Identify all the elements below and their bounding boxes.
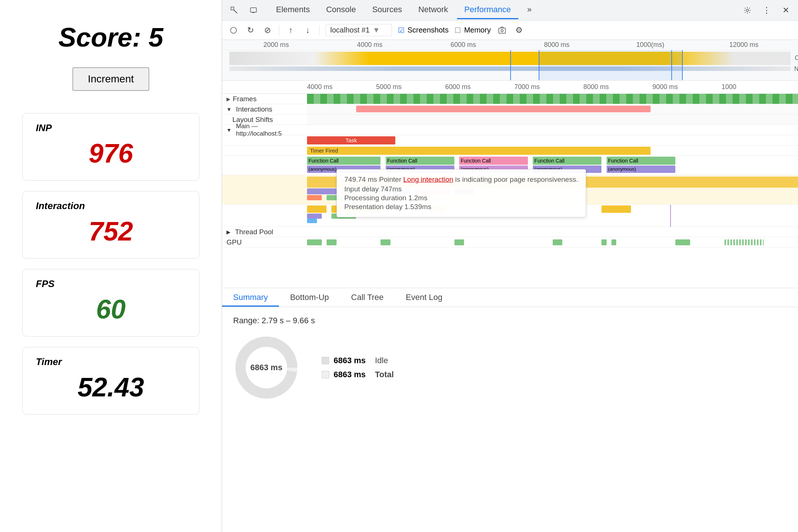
fn-call-2[interactable]: Function Call: [386, 157, 454, 165]
tab-elements[interactable]: Elements: [269, 1, 317, 19]
tooltip-presentation: Presentation delay 1.539ms: [344, 203, 578, 211]
svg-point-4: [746, 9, 748, 11]
tab-bottom-up[interactable]: Bottom-Up: [279, 288, 340, 307]
main-thread-arrow[interactable]: ▼: [226, 127, 232, 133]
legend-idle: 6863 ms Idle: [322, 356, 394, 365]
tab-summary[interactable]: Summary: [222, 288, 279, 307]
devtools-right-icons: ⋮ ✕: [741, 4, 792, 17]
gpu-bar-3: [381, 239, 391, 245]
metric-card-timer: Timer 52.43: [22, 347, 200, 415]
fn-call-5[interactable]: Function Call: [607, 157, 675, 165]
svg-point-5: [231, 27, 236, 33]
mt-5: [307, 214, 322, 219]
tab-console[interactable]: Console: [319, 1, 364, 19]
download-icon[interactable]: ↓: [302, 25, 313, 36]
overview-ruler: 2000 ms 4000 ms 6000 ms 8000 ms 1000(ms)…: [222, 40, 798, 50]
overview-selection[interactable]: [539, 50, 683, 81]
main-thread-content: [307, 125, 798, 135]
main-thread-label: ▼ Main — http://localhost:5: [222, 125, 307, 135]
increment-button[interactable]: Increment: [72, 67, 150, 91]
close-icon[interactable]: ✕: [780, 4, 792, 17]
interactions-arrow[interactable]: ▼: [226, 106, 232, 112]
device-icon[interactable]: [247, 4, 260, 17]
tab-call-tree[interactable]: Call Tree: [340, 288, 395, 307]
thread-pool-content: [307, 227, 798, 237]
gpu-bar-4: [454, 239, 464, 245]
record-icon[interactable]: [228, 25, 239, 36]
clear-icon[interactable]: ⊘: [262, 25, 273, 36]
metric-card-interaction: Interaction 752: [22, 191, 200, 259]
capture-icon[interactable]: [497, 25, 508, 36]
settings-icon[interactable]: [741, 4, 754, 17]
frames-track: ▶ Frames: [222, 94, 798, 104]
timer-fired-row: Timer Fired: [222, 146, 798, 156]
tab-event-log[interactable]: Event Log: [395, 288, 453, 307]
thread-pool-arrow[interactable]: ▶: [226, 229, 231, 235]
long-interaction-link[interactable]: Long interaction: [403, 175, 453, 183]
metric-value-fps: 60: [36, 294, 186, 324]
task-bars-content: Task: [307, 136, 798, 145]
timeline-overview[interactable]: 2000 ms 4000 ms 6000 ms 8000 ms 1000(ms)…: [222, 40, 798, 81]
frames-chevron[interactable]: ▶: [226, 96, 231, 102]
fn-call-1[interactable]: Function Call: [307, 157, 381, 165]
url-selector[interactable]: localhost #1 ▼: [325, 24, 392, 36]
total-value: 6863 ms: [334, 370, 371, 379]
reload-icon[interactable]: ↻: [245, 25, 256, 36]
devtools-toolbar: ↻ ⊘ ↑ ↓ localhost #1 ▼ ☑ Screenshots ☐ M…: [222, 21, 798, 40]
idle-name: Idle: [375, 356, 388, 365]
range-text: Range: 2.79 s – 9.66 s: [233, 316, 787, 325]
upload-icon[interactable]: ↑: [285, 25, 296, 36]
svg-rect-2: [250, 8, 256, 12]
metric-value-inp: 976: [36, 138, 186, 168]
fn-call-3[interactable]: Function Call: [459, 157, 528, 165]
tab-performance[interactable]: Performance: [457, 1, 518, 19]
divider-2: [319, 25, 320, 35]
thread-pool-label: ▶ Thread Pool: [222, 227, 307, 237]
legend-total: 6863 ms Total: [322, 370, 394, 379]
inspect-icon[interactable]: [228, 4, 241, 17]
interactions-label-row: ▼ Interactions: [222, 104, 798, 115]
interactions-section: ▼ Interactions Layout Shifts: [222, 104, 798, 125]
tab-sources[interactable]: Sources: [365, 1, 409, 19]
task-bar-red[interactable]: Task: [307, 136, 395, 144]
summary-panel: Range: 2.79 s – 9.66 s 6863 ms 6863 ms I…: [222, 307, 798, 532]
idle-value: 6863 ms: [334, 356, 371, 365]
total-swatch: [322, 371, 329, 378]
tab-network[interactable]: Network: [411, 1, 456, 19]
summary-legend: 6863 ms Idle 6863 ms Total: [322, 356, 394, 379]
donut-label: 6863 ms: [250, 363, 283, 372]
metric-value-timer: 52.43: [36, 372, 186, 402]
fn-call-4[interactable]: Function Call: [533, 157, 601, 165]
timeline-main: 4000 ms 5000 ms 6000 ms 7000 ms 8000 ms …: [222, 81, 798, 288]
frames-content: [307, 94, 798, 104]
sub-bar-6: [307, 195, 322, 200]
marker-right: [671, 50, 672, 81]
gpu-track: GPU: [222, 237, 798, 248]
gear-icon[interactable]: ⚙: [514, 25, 525, 36]
tooltip-processing: Processing duration 1.2ms: [344, 194, 578, 202]
gpu-bar-6: [601, 239, 606, 245]
metric-value-interaction: 752: [36, 216, 186, 246]
tooltip-input-delay: Input delay 747ms: [344, 185, 578, 193]
cpu-label: CPU: [795, 55, 798, 61]
donut-chart: 6863 ms: [233, 334, 300, 401]
gpu-label: GPU: [222, 237, 307, 247]
screenshots-toggle[interactable]: ☑ Screenshots: [398, 26, 449, 35]
memory-toggle[interactable]: ☐ Memory: [454, 26, 491, 35]
timer-fired-bar[interactable]: Timer Fired: [307, 147, 651, 155]
svg-rect-0: [231, 7, 234, 10]
layout-shifts-track: Layout Shifts: [222, 115, 798, 125]
more-icon[interactable]: ⋮: [760, 4, 773, 17]
score-title: Score: 5: [58, 22, 163, 52]
tab-more[interactable]: »: [520, 1, 539, 19]
purple-marker: [670, 205, 671, 227]
interaction-bar[interactable]: [356, 106, 651, 112]
main-thread-track: ▼ Main — http://localhost:5: [222, 125, 798, 135]
svg-rect-3: [252, 12, 255, 13]
divider-1: [279, 25, 279, 35]
fn-call-5-anon: (anonymous): [607, 166, 675, 173]
gpu-bar-8: [675, 239, 690, 245]
summary-content: 6863 ms 6863 ms Idle 6863 ms Total: [233, 334, 787, 401]
devtools-tabs: Elements Console Sources Network Perform…: [269, 1, 732, 19]
timeline-ruler: 4000 ms 5000 ms 6000 ms 7000 ms 8000 ms …: [222, 81, 798, 94]
